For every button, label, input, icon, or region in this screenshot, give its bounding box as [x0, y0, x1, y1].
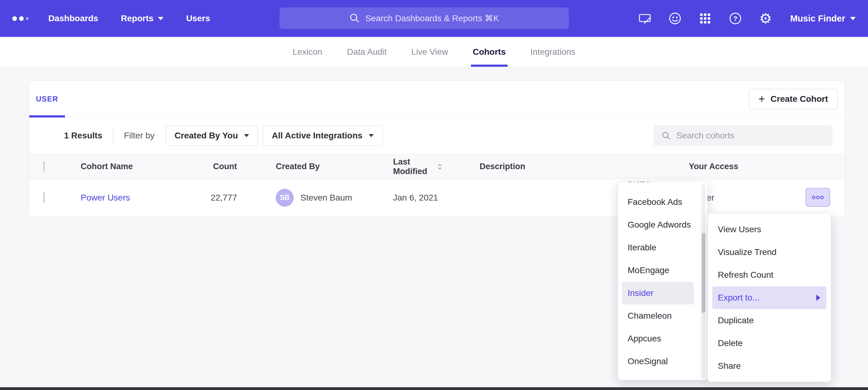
- topbar-actions: ? ⚙ Music Finder: [638, 0, 856, 37]
- col-last-modified[interactable]: Last Modified: [355, 157, 442, 176]
- tab-integrations[interactable]: Integrations: [530, 37, 575, 67]
- global-search-input[interactable]: Search Dashboards & Reports ⌘K: [279, 7, 569, 29]
- top-navigation-bar: Dashboards Reports Users Search Dashboar…: [0, 0, 868, 37]
- section-tabs: Lexicon Data Audit Live View Cohorts Int…: [0, 37, 868, 67]
- nav-dashboards[interactable]: Dashboards: [48, 13, 98, 23]
- row-actions-button[interactable]: [806, 188, 830, 207]
- primary-nav: Dashboards Reports Users: [48, 13, 210, 23]
- table-row[interactable]: Power Users 22,777 SB Steven Baum Jan 6,…: [29, 179, 845, 216]
- divider: [113, 129, 114, 142]
- ellipsis-icon: [811, 195, 825, 200]
- export-item-google-adwords[interactable]: Google Adwords: [622, 214, 694, 236]
- scrollbar-thumb[interactable]: [702, 233, 706, 313]
- nav-users[interactable]: Users: [186, 13, 210, 23]
- created-by-filter-dropdown[interactable]: Created By You: [165, 126, 258, 146]
- tab-live-view[interactable]: Live View: [411, 37, 448, 67]
- row-actions-menu: View Users Visualize Trend Refresh Count…: [708, 213, 831, 382]
- global-search-placeholder: Search Dashboards & Reports ⌘K: [365, 13, 499, 23]
- export-item-moengage[interactable]: MoEngage: [622, 259, 694, 282]
- cohort-name-link[interactable]: Power Users: [81, 193, 130, 202]
- tab-cohorts[interactable]: Cohorts: [473, 37, 506, 67]
- col-cohort-name: Cohort Name: [66, 162, 198, 171]
- settings-gear-icon[interactable]: ⚙: [758, 11, 773, 26]
- export-item-insider[interactable]: Insider: [622, 282, 694, 304]
- export-destinations-list: Braze Facebook Ads Google Adwords Iterab…: [622, 182, 694, 373]
- export-item-onesignal[interactable]: OneSignal: [622, 350, 694, 373]
- app-logo[interactable]: [12, 16, 29, 21]
- filter-toolbar: 1 Results Filter by Created By You All A…: [29, 117, 845, 154]
- cohort-search-input[interactable]: [676, 131, 825, 140]
- svg-text:?: ?: [734, 15, 738, 23]
- apps-grid-icon[interactable]: [698, 11, 713, 26]
- cohort-count: 22,777: [198, 193, 245, 203]
- tab-user-cohorts[interactable]: USER: [29, 80, 65, 117]
- action-duplicate[interactable]: Duplicate: [712, 309, 827, 332]
- action-delete[interactable]: Delete: [712, 332, 827, 355]
- smiley-icon[interactable]: [668, 11, 682, 26]
- chevron-down-icon: [158, 17, 163, 20]
- search-icon: [662, 131, 671, 140]
- export-item-braze[interactable]: Braze: [622, 182, 694, 191]
- avatar: SB: [276, 189, 293, 207]
- submenu-arrow-icon: [816, 295, 820, 301]
- col-description: Description: [442, 162, 645, 171]
- created-by-name: Steven Baum: [301, 193, 352, 203]
- export-destinations-menu: Braze Facebook Ads Google Adwords Iterab…: [618, 182, 708, 380]
- export-item-iterable[interactable]: Iterable: [622, 236, 694, 259]
- logo-dot: [19, 16, 24, 21]
- action-share[interactable]: Share: [712, 355, 827, 378]
- tab-data-audit[interactable]: Data Audit: [347, 37, 386, 67]
- help-icon[interactable]: ?: [728, 11, 743, 26]
- col-created-by: Created By: [245, 162, 355, 171]
- row-actions-list: View Users Visualize Trend Refresh Count…: [712, 218, 827, 378]
- sort-icon[interactable]: [438, 163, 442, 170]
- chevron-down-icon: [369, 134, 374, 137]
- col-count: Count: [198, 162, 245, 171]
- row-checkbox[interactable]: [43, 192, 44, 203]
- logo-dot: [12, 16, 17, 21]
- workspace-switcher[interactable]: Music Finder: [790, 13, 856, 24]
- action-refresh-count[interactable]: Refresh Count: [712, 264, 827, 286]
- search-icon: [349, 13, 360, 23]
- cohort-type-tabs: USER + Create Cohort: [29, 80, 845, 117]
- chevron-down-icon: [850, 17, 856, 20]
- create-cohort-button[interactable]: + Create Cohort: [749, 89, 838, 109]
- workspace-name: Music Finder: [790, 13, 845, 24]
- cohort-search: [654, 125, 833, 146]
- create-cohort-label: Create Cohort: [770, 94, 828, 104]
- export-item-chameleon[interactable]: Chameleon: [622, 304, 694, 327]
- nav-users-label: Users: [186, 13, 210, 23]
- tab-lexicon[interactable]: Lexicon: [293, 37, 322, 67]
- export-item-facebook-ads[interactable]: Facebook Ads: [622, 191, 694, 214]
- plus-icon: +: [758, 94, 765, 105]
- cohorts-panel: USER + Create Cohort 1 Results Filter by…: [29, 80, 845, 216]
- select-all-checkbox[interactable]: [43, 161, 44, 172]
- nav-reports-label: Reports: [121, 13, 154, 23]
- results-count: 1 Results: [64, 131, 102, 140]
- table-header-row: Cohort Name Count Created By Last Modifi…: [29, 154, 845, 179]
- logo-dot: [26, 17, 29, 20]
- action-visualize-trend[interactable]: Visualize Trend: [712, 241, 827, 264]
- feedback-icon[interactable]: [638, 11, 652, 26]
- export-item-appcues[interactable]: Appcues: [622, 327, 694, 350]
- nav-reports[interactable]: Reports: [121, 13, 163, 23]
- integrations-filter-dropdown[interactable]: All Active Integrations: [263, 126, 382, 146]
- col-your-access: Your Access: [645, 162, 845, 171]
- action-export-to[interactable]: Export to...: [712, 286, 827, 309]
- last-modified-value: Jan 6, 2021: [355, 193, 442, 203]
- filter-by-label: Filter by: [124, 131, 155, 140]
- chevron-down-icon: [244, 134, 249, 137]
- nav-dashboards-label: Dashboards: [48, 13, 98, 23]
- bottom-edge: [0, 387, 868, 390]
- action-view-users[interactable]: View Users: [712, 218, 827, 241]
